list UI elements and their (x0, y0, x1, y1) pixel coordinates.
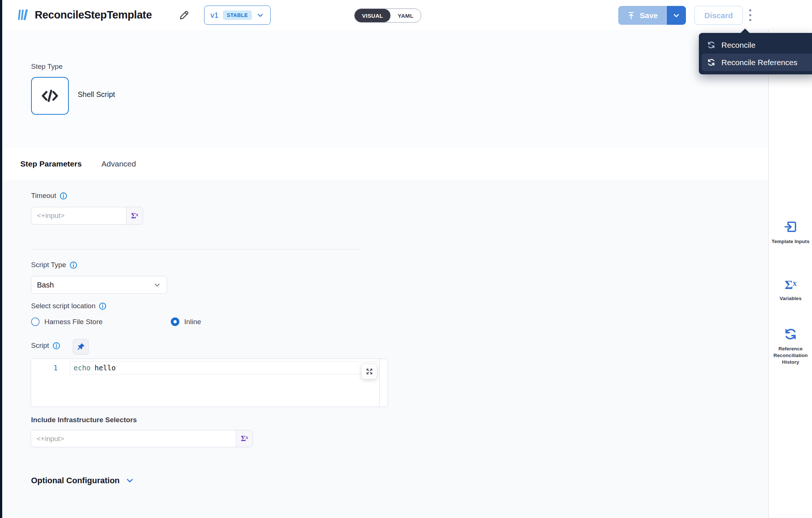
menu-item-label: Reconcile References (721, 58, 797, 67)
radio-label-file-store: Harness File Store (44, 318, 102, 326)
sigma-expression-icon: Σˣ (241, 434, 248, 443)
version-select[interactable]: v1 STABLE (204, 6, 271, 25)
toggle-visual[interactable]: VISUAL (355, 9, 390, 22)
version-label: v1 (210, 11, 219, 20)
timeout-label: Timeout (31, 192, 56, 200)
radio-inline[interactable] (171, 317, 179, 326)
chevron-down-icon (256, 11, 264, 19)
pushpin-icon (76, 342, 85, 352)
kebab-dot (749, 9, 751, 11)
kebab-dot (749, 14, 751, 16)
chevron-down-icon (153, 281, 161, 289)
script-type-label: Script Type (31, 261, 66, 269)
script-location-radio-group: Harness File Store Inline (31, 317, 201, 326)
tab-step-parameters[interactable]: Step Parameters (13, 148, 89, 182)
version-stable-badge: STABLE (223, 10, 251, 20)
save-options-button[interactable] (667, 6, 686, 25)
info-icon[interactable] (70, 261, 77, 269)
optional-configuration-label: Optional Configuration (31, 476, 120, 485)
rail-item-reference-reconciliation-history[interactable]: Reference Reconciliation History (769, 327, 812, 366)
info-icon[interactable] (53, 342, 60, 350)
script-label: Script (31, 342, 49, 350)
save-button-label: Save (640, 11, 658, 20)
refresh-icon (783, 327, 798, 342)
infra-selectors-label: Include Infrastructure Selectors (31, 416, 137, 424)
rail-item-label: Reference Reconciliation History (769, 346, 812, 366)
header: ReconcileStepTemplate v1 STABLE VISUAL Y… (2, 0, 812, 30)
tab-bar: Step Parameters Advanced (2, 148, 768, 180)
discard-button[interactable]: Discard (694, 6, 743, 25)
info-icon[interactable] (99, 302, 106, 310)
visual-yaml-toggle: VISUAL YAML (354, 9, 421, 23)
info-icon[interactable] (60, 192, 67, 200)
radio-label-inline: Inline (184, 318, 201, 326)
script-label-row: Script (31, 342, 60, 350)
template-inputs-icon (783, 219, 798, 234)
step-type-section: Step Type Shell Script (2, 30, 768, 149)
script-location-label-row: Select script location (31, 302, 106, 310)
sigma-expression-icon: Σˣ (131, 211, 138, 221)
timeout-input[interactable] (31, 207, 126, 224)
editor-line-number: 1 (49, 364, 58, 372)
rail-item-label: Variables (779, 295, 801, 302)
pencil-icon (179, 10, 190, 21)
step-type-value: Shell Script (78, 90, 115, 99)
runtime-input-expression-button[interactable]: Σˣ (126, 207, 143, 224)
timeout-label-row: Timeout (31, 192, 67, 200)
editor-overview-ruler (379, 359, 380, 407)
infra-selectors-input[interactable] (31, 430, 236, 447)
page-title: ReconcileStepTemplate (35, 9, 152, 21)
sigma-variables-icon: Σˣ (785, 279, 796, 291)
save-split-button: Save (618, 6, 686, 25)
template-library-icon (16, 8, 30, 22)
runtime-input-expression-button[interactable]: Σˣ (236, 430, 253, 447)
step-parameters-panel: Timeout Σˣ (2, 180, 768, 518)
discard-button-label: Discard (704, 11, 733, 20)
right-rail: Template Inputs Σˣ Variables Reference R… (768, 30, 812, 518)
shell-script-code-icon (40, 85, 60, 106)
chevron-down-icon (672, 11, 681, 20)
refresh-icon (707, 58, 716, 67)
code-keyword: echo (74, 364, 91, 372)
rail-item-variables[interactable]: Σˣ Variables (769, 279, 812, 302)
timeout-input-group: Σˣ (31, 207, 143, 225)
save-button[interactable]: Save (618, 6, 667, 25)
editor-current-line[interactable]: echo hello (70, 361, 380, 374)
context-menu: Reconcile Reconcile References (699, 33, 812, 74)
rail-item-template-inputs[interactable]: Template Inputs (769, 219, 812, 245)
more-options-kebab-button[interactable] (742, 6, 758, 24)
section-divider (31, 249, 360, 249)
step-type-label: Step Type (31, 63, 62, 71)
pin-script-button[interactable] (73, 339, 89, 355)
code-argument: hello (95, 364, 116, 372)
menu-item-reconcile-references[interactable]: Reconcile References (702, 54, 812, 71)
menu-item-reconcile[interactable]: Reconcile (702, 36, 812, 54)
toggle-yaml[interactable]: YAML (390, 9, 421, 22)
tab-advanced[interactable]: Advanced (95, 148, 142, 180)
step-type-card[interactable] (31, 77, 69, 115)
chevron-down-icon (125, 476, 135, 485)
expand-icon (365, 367, 373, 376)
refresh-icon (707, 40, 716, 50)
expand-editor-button[interactable] (361, 363, 377, 379)
script-type-label-row: Script Type (31, 261, 77, 269)
upload-icon (627, 11, 636, 20)
infra-selectors-input-group: Σˣ (31, 430, 253, 447)
template-studio-page: ReconcileStepTemplate v1 STABLE VISUAL Y… (0, 0, 812, 518)
radio-harness-file-store[interactable] (31, 317, 40, 326)
script-type-value: Bash (37, 281, 54, 289)
script-location-label: Select script location (31, 302, 95, 310)
kebab-dot (749, 19, 751, 21)
script-code-editor[interactable]: 1 echo hello (31, 359, 388, 407)
menu-item-label: Reconcile (721, 41, 755, 50)
optional-configuration-toggle[interactable]: Optional Configuration (31, 476, 135, 485)
rail-item-label: Template Inputs (772, 238, 810, 245)
edit-title-button[interactable] (177, 9, 191, 22)
script-type-select[interactable]: Bash (31, 276, 167, 294)
